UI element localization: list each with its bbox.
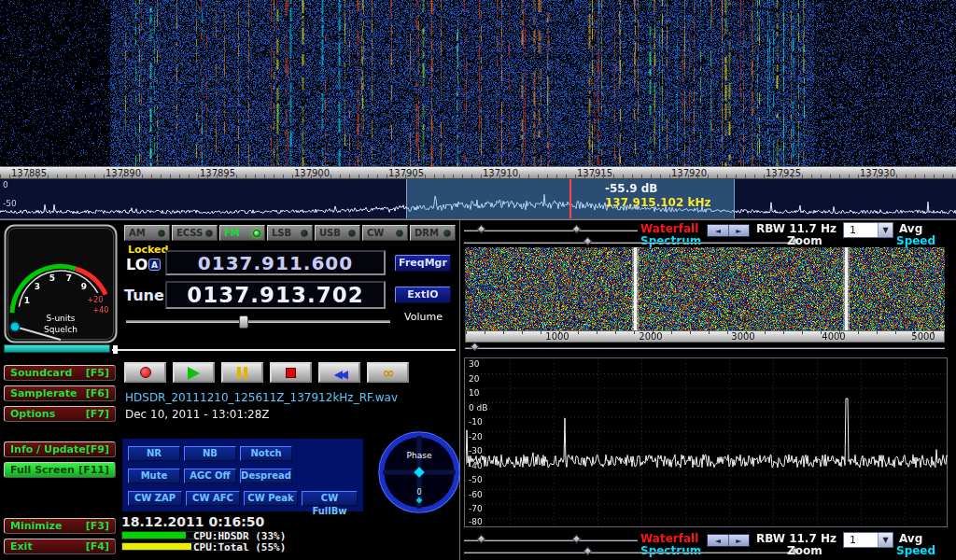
mode-button-drm[interactable]: DRM [410,225,456,241]
spectrum-label-top[interactable]: Spectrum [640,234,701,247]
db-tick: 30 [469,359,479,369]
audio-band-slider[interactable] [465,347,945,349]
mode-button-fm[interactable]: FM [219,225,265,241]
avg-select-bottom[interactable]: 1 ▼ [843,532,893,548]
s-meter-tick: 7 [66,273,72,283]
slider-handle[interactable] [477,225,486,234]
slider-handle[interactable] [572,225,582,234]
audio-waterfall[interactable] [465,247,945,330]
volume-slider[interactable] [126,320,390,323]
cw-peak-button[interactable]: CW Peak [244,491,298,506]
mode-button-ecss[interactable]: ECSS [172,225,218,241]
s-meter-tick: 9 [81,282,87,291]
slider-handle[interactable] [583,547,593,556]
slider-handle[interactable] [471,343,480,352]
mute-button[interactable]: Mute [128,469,180,483]
lo-label: LO [126,256,148,273]
scale-tick: 3000 [724,331,762,342]
main-spectrum-strip[interactable]: 0 -50 -55.9 dB 137.915.102 kHz [0,179,956,219]
notch-button[interactable]: Notch [240,446,292,461]
spectrum-label-bottom[interactable]: Spectrum [640,544,701,557]
mode-button-usb[interactable]: USB [315,225,360,241]
avg-select-top[interactable]: 1 ▼ [843,222,893,238]
pause-button[interactable] [221,362,263,383]
despread-button[interactable]: Despread [240,469,292,483]
cw-fullbw-button[interactable]: CW FullBw [302,491,358,506]
dsp-panel: NR NB Notch Mute AGC Off Despread CW ZAP… [122,439,363,511]
options-button[interactable]: Options[F7] [4,406,116,422]
zoom-label-bottom: Zoom [787,544,822,557]
record-button[interactable] [124,362,166,383]
mode-button-am[interactable]: AM [124,225,170,241]
fullscreen-button[interactable]: Full Screen[F11] [4,462,116,478]
loop-button[interactable]: ∞ [367,362,409,383]
rewind-button[interactable]: ◀◀ [318,362,360,383]
nb-button[interactable]: NB [184,446,236,461]
arrow-right-icon[interactable]: ► [729,535,750,546]
agc-button[interactable]: AGC Off [184,469,236,483]
waterfall-contrast-slider-bottom[interactable] [464,539,638,541]
ruler-minor-ticks [0,175,956,178]
button-label: Soundcard [10,367,72,379]
freqmgr-button[interactable]: FreqMgr [395,255,451,272]
cw-afc-button[interactable]: CW AFC [186,491,240,506]
button-label: Samplerate [10,387,77,399]
play-button[interactable] [173,362,215,383]
waterfall-label-bottom[interactable]: Waterfall [640,532,698,545]
pause-icon [237,367,241,379]
avg-label-bottom: Avg [899,532,922,545]
db-tick: -50 [469,475,483,484]
mode-label: FM [224,228,240,238]
waterfall-label-top[interactable]: Waterfall [640,222,698,235]
speed-label-bottom: Speed [896,544,935,557]
mode-label: USB [319,228,341,238]
arrow-left-icon[interactable]: ◄ [708,535,729,546]
soundcard-button[interactable]: Soundcard[F5] [4,365,116,381]
hotkey-label: [F5] [86,367,109,379]
af-gain-thumb[interactable] [113,345,118,354]
info-update-button[interactable]: Info / Update[F9] [4,441,116,457]
tune-frequency-display[interactable]: 0137.913.702 [165,281,386,309]
audio-spectrum-panel[interactable]: 30 20 10 0 dB -10 -20 -30 -40 -50 -60 -7… [464,357,948,527]
phase-value: 0 [416,488,421,497]
squelch-label: Squelch [44,325,77,334]
minimize-button[interactable]: Minimize[F3] [4,518,116,534]
zoom-slider-bottom[interactable] [464,552,798,553]
audio-frequency-scale[interactable]: 1000 2000 3000 4000 5000 [465,330,945,343]
main-waterfall[interactable] [0,0,956,166]
zoom-slider-top[interactable] [464,242,798,244]
phase-scope[interactable]: Phase 0 [376,429,462,515]
lo-frequency-display[interactable]: 0137.911.600 [165,250,386,275]
waterfall-contrast-slider-top[interactable] [464,230,638,231]
cw-zap-button[interactable]: CW ZAP [128,491,182,506]
frequency-readout: 137.915.102 kHz [605,196,710,209]
arrow-left-icon[interactable]: ◄ [708,225,729,236]
nr-button[interactable]: NR [128,446,180,461]
stop-button[interactable] [270,362,312,383]
mode-button-cw[interactable]: CW [362,225,408,241]
squelch-slider[interactable] [4,344,110,353]
s-meter: 1 3 5 7 9 +20 +40 S-units Squelch [4,224,118,343]
exit-button[interactable]: Exit[F4] [4,539,116,554]
slider-handle[interactable] [583,237,593,246]
db-axis-tick: -50 [3,199,17,208]
mode-label: AM [129,228,146,238]
mode-button-lsb[interactable]: LSB [267,225,313,241]
frequency-ruler[interactable]: 137885 137890 137895 137900 137905 13791… [0,166,956,179]
volume-slider-thumb[interactable] [239,315,248,329]
hotkey-label: [F11] [78,464,109,476]
slider-handle[interactable] [477,535,486,544]
chevron-down-icon[interactable]: ▼ [878,223,893,237]
mode-label: DRM [415,228,439,238]
extio-button[interactable]: ExtIO [395,287,451,303]
chevron-down-icon[interactable]: ▼ [878,533,893,547]
mode-led-icon [253,230,260,237]
af-gain-slider[interactable] [112,349,456,351]
db-tick: 20 [469,374,479,384]
arrow-right-icon[interactable]: ► [729,225,750,236]
slider-handle[interactable] [572,535,582,544]
mode-led-icon [443,230,451,237]
button-label: Exit [10,540,33,553]
samplerate-button[interactable]: Samplerate[F6] [4,385,116,401]
lo-lock-badge[interactable]: A [148,259,161,271]
